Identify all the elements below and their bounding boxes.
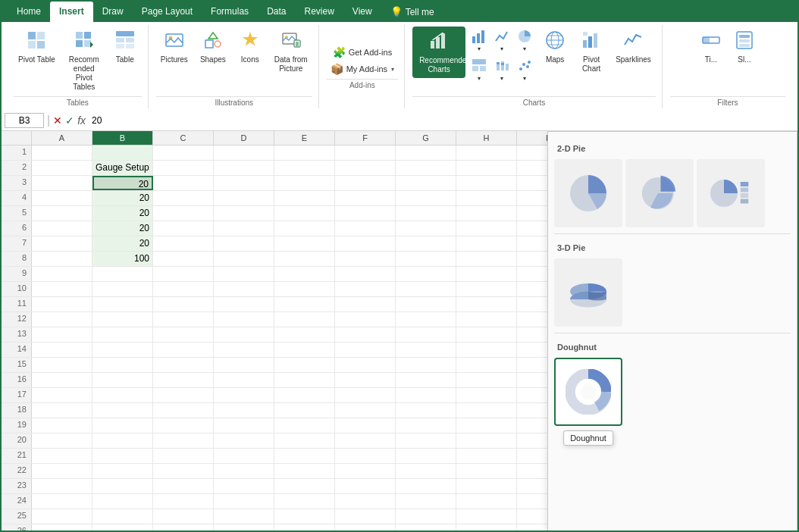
- cell-d5[interactable]: [214, 206, 274, 221]
- cell-11-0[interactable]: [32, 297, 92, 311]
- cell-g6[interactable]: [396, 221, 456, 236]
- cell-12-1[interactable]: [92, 312, 153, 327]
- cell-e6[interactable]: [274, 221, 335, 236]
- cell-18-1[interactable]: [92, 403, 153, 418]
- cell-23-1[interactable]: [92, 479, 153, 493]
- cell-14-4[interactable]: [274, 343, 335, 357]
- cell-10-7[interactable]: [456, 282, 517, 296]
- cell-c8[interactable]: [153, 252, 214, 266]
- cell-18-3[interactable]: [214, 403, 274, 418]
- name-box[interactable]: [5, 113, 44, 128]
- col-header-f[interactable]: F: [335, 131, 396, 145]
- cell-e7[interactable]: [274, 236, 335, 251]
- tab-view[interactable]: View: [343, 2, 381, 22]
- cell-21-7[interactable]: [456, 449, 517, 463]
- cell-18-0[interactable]: [32, 403, 92, 418]
- tab-data[interactable]: Data: [258, 2, 295, 22]
- cell-b4[interactable]: 20: [92, 191, 153, 205]
- cell-19-2[interactable]: [153, 418, 214, 433]
- cell-13-6[interactable]: [396, 327, 456, 342]
- cell-11-5[interactable]: [335, 297, 396, 311]
- cell-20-6[interactable]: [396, 433, 456, 448]
- cell-9-3[interactable]: [214, 267, 274, 281]
- cell-11-4[interactable]: [274, 297, 335, 311]
- cell-21-5[interactable]: [335, 449, 396, 463]
- tab-home[interactable]: Home: [8, 2, 50, 22]
- cell-23-3[interactable]: [214, 479, 274, 493]
- maps-button[interactable]: Maps: [538, 27, 572, 67]
- cell-17-1[interactable]: [92, 388, 153, 402]
- tab-draw[interactable]: Draw: [93, 2, 133, 22]
- cell-18-6[interactable]: [396, 403, 456, 418]
- formula-input[interactable]: [89, 114, 794, 127]
- cell-26-5[interactable]: [335, 524, 396, 530]
- cell-10-0[interactable]: [32, 282, 92, 296]
- cell-g3[interactable]: [396, 176, 456, 190]
- row-header-18[interactable]: 18: [2, 403, 32, 418]
- cell-25-3[interactable]: [214, 509, 274, 524]
- cell-13-7[interactable]: [456, 327, 517, 342]
- cell-13-4[interactable]: [274, 327, 335, 342]
- cell-g5[interactable]: [396, 206, 456, 221]
- get-addins-button[interactable]: 🧩 Get Add-ins: [329, 44, 396, 61]
- cell-c1[interactable]: [153, 146, 214, 160]
- cell-d3[interactable]: [214, 176, 274, 190]
- cell-d2[interactable]: [214, 161, 274, 175]
- cell-14-6[interactable]: [396, 343, 456, 357]
- cell-a1[interactable]: [32, 146, 92, 160]
- cell-f5[interactable]: [335, 206, 396, 221]
- pivot-chart-button[interactable]: PivotChart: [575, 27, 608, 77]
- cell-15-3[interactable]: [214, 358, 274, 372]
- cell-a2[interactable]: [32, 161, 92, 175]
- cell-22-5[interactable]: [335, 464, 396, 478]
- row-header-15[interactable]: 15: [2, 358, 32, 372]
- cell-11-2[interactable]: [153, 297, 214, 311]
- row-header-4[interactable]: 4: [2, 191, 32, 205]
- pie-button[interactable]: ▾: [514, 27, 535, 55]
- pie-chart-option[interactable]: [554, 159, 622, 227]
- cell-e8[interactable]: [274, 252, 335, 266]
- cell-18-2[interactable]: [153, 403, 214, 418]
- cell-14-0[interactable]: [32, 343, 92, 357]
- cell-e1[interactable]: [274, 146, 335, 160]
- shapes-button[interactable]: Shapes: [196, 27, 230, 67]
- cell-11-6[interactable]: [396, 297, 456, 311]
- cell-17-6[interactable]: [396, 388, 456, 402]
- cell-26-1[interactable]: [92, 524, 153, 530]
- cell-15-4[interactable]: [274, 358, 335, 372]
- tab-page-layout[interactable]: Page Layout: [133, 2, 202, 22]
- row-header-6[interactable]: 6: [2, 221, 32, 236]
- cell-25-6[interactable]: [396, 509, 456, 524]
- cell-f4[interactable]: [335, 191, 396, 205]
- recommended-charts-button[interactable]: RecommendedCharts: [412, 27, 465, 78]
- cell-15-0[interactable]: [32, 358, 92, 372]
- cell-11-7[interactable]: [456, 297, 517, 311]
- cancel-icon[interactable]: ✕: [53, 114, 62, 127]
- fx-icon[interactable]: fx: [77, 114, 86, 127]
- cell-10-5[interactable]: [335, 282, 396, 296]
- cell-21-2[interactable]: [153, 449, 214, 463]
- cell-14-3[interactable]: [214, 343, 274, 357]
- cell-26-4[interactable]: [274, 524, 335, 530]
- cell-16-6[interactable]: [396, 373, 456, 387]
- cell-b5[interactable]: 20: [92, 206, 153, 221]
- cell-20-4[interactable]: [274, 433, 335, 448]
- cell-9-2[interactable]: [153, 267, 214, 281]
- timeline-button[interactable]: Ti...: [696, 27, 726, 67]
- row-header-24[interactable]: 24: [2, 494, 32, 509]
- row-header-5[interactable]: 5: [2, 206, 32, 221]
- row-header-21[interactable]: 21: [2, 449, 32, 463]
- cell-12-7[interactable]: [456, 312, 517, 327]
- table-button[interactable]: Table: [108, 27, 142, 67]
- cell-15-2[interactable]: [153, 358, 214, 372]
- cell-h2[interactable]: [456, 161, 517, 175]
- cell-11-1[interactable]: [92, 297, 153, 311]
- cell-a8[interactable]: [32, 252, 92, 266]
- cell-17-4[interactable]: [274, 388, 335, 402]
- cell-9-7[interactable]: [456, 267, 517, 281]
- cell-d7[interactable]: [214, 236, 274, 251]
- cell-26-2[interactable]: [153, 524, 214, 530]
- cell-26-0[interactable]: [32, 524, 92, 530]
- cell-c5[interactable]: [153, 206, 214, 221]
- cell-13-0[interactable]: [32, 327, 92, 342]
